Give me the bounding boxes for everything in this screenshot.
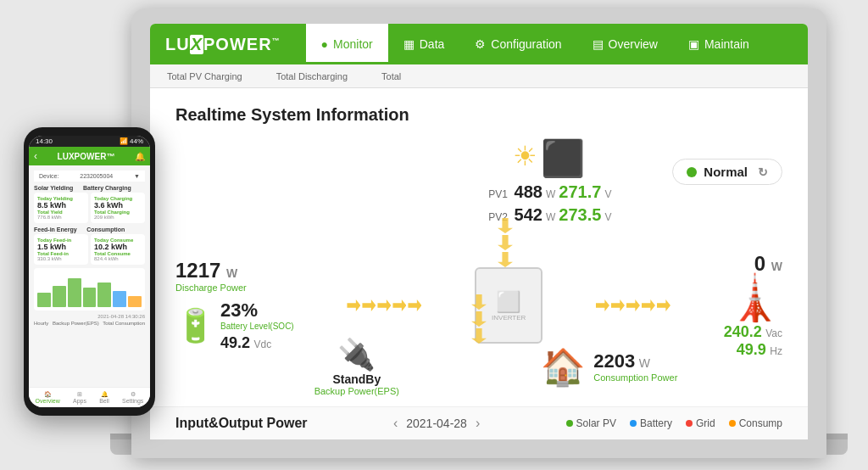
pv-icons: ☀ ⬛: [438, 137, 659, 179]
consumption-power-row: 2203 W: [593, 350, 677, 372]
consumption-label: Consumption Power: [593, 372, 677, 383]
section-title: Realtime System Information: [175, 105, 782, 125]
grid-power-display: 0 W: [754, 252, 782, 276]
phone-solar-section-title: Solar Yielding Battery Charging: [34, 185, 145, 191]
arrow-r2: [611, 299, 625, 311]
phone-dropdown-icon[interactable]: ▼: [134, 173, 140, 179]
date-nav: ‹ 2021-04-28 ›: [393, 416, 480, 431]
legend-consumption: Consump: [729, 417, 782, 429]
center-down-1: [471, 294, 487, 310]
config-icon: ⚙: [475, 37, 486, 51]
grid-tower-icon: 🗼: [727, 276, 782, 320]
phone-label-total: Total Consumption: [103, 321, 145, 326]
consumption-icon: 🏠: [541, 346, 585, 388]
status-label: Normal: [704, 165, 748, 179]
phone-feed-consumption-grid: Today Feed-in 1.5 kWh Total Feed-in 330.…: [34, 234, 145, 265]
status-dot: [687, 167, 697, 177]
phone-label-backup: Backup Power(EPS): [53, 321, 99, 326]
overview-icon: ▤: [593, 37, 604, 51]
laptop-shell: LUXPOWER™ ● Monitor ▦ Data ⚙ Configurati…: [131, 8, 826, 458]
battery-soc-row: 23%: [220, 299, 294, 322]
nav-maintain[interactable]: ▣ Maintain: [673, 24, 765, 64]
battery-power-display: 1217 W: [175, 259, 294, 283]
chart-bar-2: [53, 286, 66, 307]
pv-readings: PV1 488 W 271.7 V PV2 542 W 273.5: [438, 182, 659, 225]
phone-label-hourly: Hourly: [34, 321, 48, 326]
arrow-3: [377, 299, 391, 311]
chart-bar-6: [113, 291, 126, 307]
chart-bar-4: [83, 288, 97, 307]
legend-grid-label: Grid: [696, 417, 715, 429]
solar-panel-icon: ⬛: [541, 137, 585, 179]
phone-time: 14:30: [36, 137, 53, 145]
nav-overview-label: Overview: [609, 37, 658, 51]
phone-device-label: Device:: [39, 173, 58, 179]
phone-back-button[interactable]: ‹: [34, 150, 37, 162]
phone-battery-today-val: 3.6 kWh: [94, 201, 142, 210]
battery-soc-label: Battery Level(SOC): [220, 322, 294, 331]
phone-nav-settings[interactable]: ⚙ Settings: [122, 391, 143, 404]
chart-bar-7: [128, 296, 142, 307]
ticker-item-1: Total PV Charging: [167, 71, 242, 81]
legend-grid-dot: [686, 420, 693, 427]
phone-nav-apps[interactable]: ⊞ Apps: [73, 391, 86, 404]
legend-battery: Battery: [630, 417, 672, 429]
phone-nav-bell[interactable]: 🔔 Bell: [99, 391, 109, 404]
chart-bar-5: [97, 283, 111, 307]
inverter-label: INVERTER: [492, 314, 526, 322]
navbar: LUXPOWER™ ● Monitor ▦ Data ⚙ Configurati…: [150, 24, 808, 64]
refresh-icon[interactable]: ↻: [758, 165, 768, 179]
logo-power: POWER™: [203, 35, 281, 54]
battery-power-unit: W: [226, 266, 237, 280]
consumption-section: 🏠 2203 W Consumption Power: [541, 337, 677, 396]
realtime-container: ☀ ⬛ PV1 488 W 271.7 V: [175, 142, 782, 406]
battery-soc-value: 23%: [220, 299, 258, 321]
chart-legend: Solar PV Battery Grid Consump: [566, 417, 782, 429]
phone-consumption-today-val: 10.2 kWh: [94, 243, 142, 251]
phone-battery-card: Today Charging 3.6 kWh Total Charging 20…: [91, 193, 145, 223]
phone-bottom-nav: 🏠 Overview ⊞ Apps 🔔 Bell ⚙ Settings: [29, 387, 150, 407]
inverter-to-grid-arrows: [596, 299, 670, 311]
date-next-button[interactable]: ›: [476, 416, 480, 431]
arrow-r1: [596, 299, 609, 311]
phone-battery-icon: 📶 44%: [120, 137, 143, 145]
sun-icon: ☀: [513, 140, 537, 172]
pv1-watts-unit: W: [546, 188, 555, 200]
consumption-readings: 2203 W Consumption Power: [593, 350, 677, 383]
nav-overview[interactable]: ▤ Overview: [577, 24, 673, 64]
battery-to-inverter-arrows: [347, 299, 421, 311]
backup-sublabel: Backup Power(EPS): [314, 386, 399, 396]
phone-nav-overview[interactable]: 🏠 Overview: [36, 391, 60, 404]
data-icon: ▦: [403, 37, 415, 51]
consumption-unit: W: [639, 356, 650, 370]
phone-solar-battery-grid: Today Yielding 8.5 kWh Total Yield 776.8…: [34, 193, 145, 223]
date-prev-button[interactable]: ‹: [393, 416, 398, 431]
arrow-4: [392, 299, 406, 311]
phone-status-bar: 14:30 📶 44%: [29, 136, 150, 147]
down-arrow-2: [498, 235, 513, 250]
phone-consumption-total-val: 824.4 kWh: [94, 256, 142, 261]
logo-x: X: [190, 35, 203, 54]
pv2-watts: 542: [515, 205, 542, 225]
pv-section: ☀ ⬛ PV1 488 W 271.7 V: [438, 137, 659, 225]
nav-monitor[interactable]: ● Monitor: [306, 24, 388, 64]
pv2-volts-unit: V: [604, 211, 611, 223]
pv1-row: PV1 488 W 271.7 V: [486, 182, 612, 202]
backup-label: StandBy: [332, 372, 381, 386]
pv2-watts-unit: W: [546, 211, 555, 223]
phone-solar-today-val: 8.5 kWh: [37, 201, 85, 210]
phone-feed-today-val: 1.5 kWh: [37, 243, 85, 251]
maintain-icon: ▣: [688, 37, 699, 51]
legend-battery-dot: [630, 420, 637, 427]
nav-maintain-label: Maintain: [704, 37, 749, 51]
logo-lu: LU: [165, 35, 190, 54]
nav-monitor-label: Monitor: [333, 37, 373, 51]
legend-grid: Grid: [686, 417, 715, 429]
laptop-screen: LUXPOWER™ ● Monitor ▦ Data ⚙ Configurati…: [150, 24, 808, 439]
legend-solar-label: Solar PV: [576, 417, 616, 429]
nav-configuration[interactable]: ⚙ Configuration: [459, 24, 576, 64]
phone-bell-icon[interactable]: 🔔: [135, 152, 145, 161]
main-content: Realtime System Information ☀ ⬛ PV1: [150, 88, 808, 406]
nav-data[interactable]: ▦ Data: [388, 24, 460, 64]
bottom-section: Input&Output Power ‹ 2021-04-28 › Solar …: [150, 406, 808, 439]
